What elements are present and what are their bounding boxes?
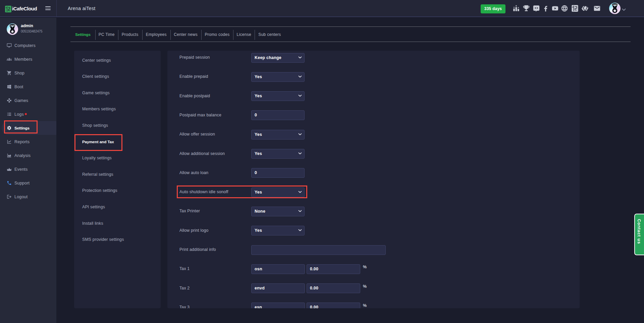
svg-text:PLATINUM: PLATINUM [9, 25, 16, 26]
svg-text:PLATINUM: PLATINUM [611, 4, 618, 6]
